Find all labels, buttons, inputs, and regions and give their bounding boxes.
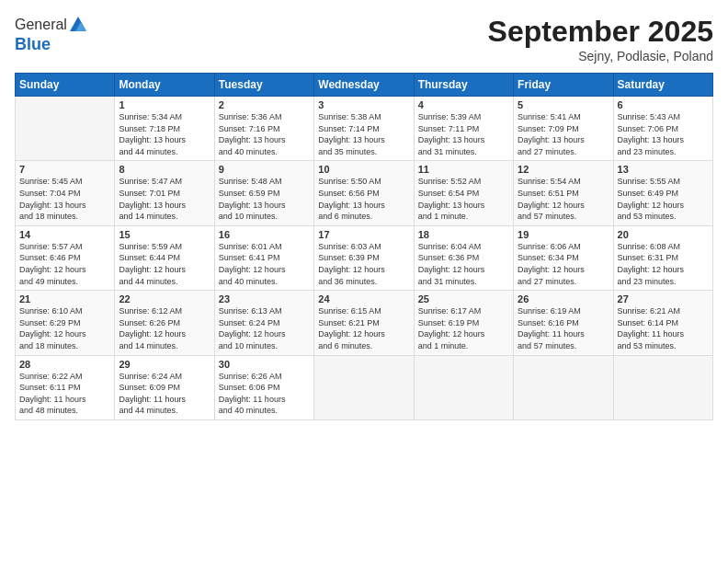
col-sunday: Sunday	[16, 74, 115, 97]
logo-icon	[68, 15, 88, 35]
table-row: 20Sunrise: 6:08 AM Sunset: 6:31 PM Dayli…	[613, 225, 712, 290]
day-number: 19	[518, 229, 609, 240]
day-info: Sunrise: 5:39 AM Sunset: 7:11 PM Dayligh…	[418, 111, 509, 157]
table-row: 13Sunrise: 5:55 AM Sunset: 6:49 PM Dayli…	[613, 161, 712, 225]
day-info: Sunrise: 6:01 AM Sunset: 6:41 PM Dayligh…	[219, 241, 310, 287]
day-info: Sunrise: 6:15 AM Sunset: 6:21 PM Dayligh…	[318, 305, 409, 351]
table-row	[414, 355, 513, 419]
table-row: 17Sunrise: 6:03 AM Sunset: 6:39 PM Dayli…	[314, 225, 414, 290]
table-row: 14Sunrise: 5:57 AM Sunset: 6:46 PM Dayli…	[16, 225, 115, 290]
table-row: 12Sunrise: 5:54 AM Sunset: 6:51 PM Dayli…	[514, 161, 613, 225]
day-info: Sunrise: 6:22 AM Sunset: 6:11 PM Dayligh…	[19, 371, 110, 417]
day-number: 14	[19, 229, 110, 240]
day-info: Sunrise: 6:03 AM Sunset: 6:39 PM Dayligh…	[318, 241, 409, 287]
page: General Blue September 2025 Sejny, Podla…	[0, 0, 728, 563]
col-tuesday: Tuesday	[214, 74, 313, 97]
day-number: 3	[318, 99, 409, 110]
table-row: 4Sunrise: 5:39 AM Sunset: 7:11 PM Daylig…	[414, 97, 513, 161]
day-number: 21	[19, 293, 110, 304]
table-row: 16Sunrise: 6:01 AM Sunset: 6:41 PM Dayli…	[214, 225, 313, 290]
table-row	[314, 355, 414, 419]
day-info: Sunrise: 5:57 AM Sunset: 6:46 PM Dayligh…	[19, 241, 110, 287]
table-row: 22Sunrise: 6:12 AM Sunset: 6:26 PM Dayli…	[115, 291, 214, 355]
table-row: 19Sunrise: 6:06 AM Sunset: 6:34 PM Dayli…	[514, 225, 613, 290]
day-number: 18	[418, 229, 509, 240]
day-info: Sunrise: 5:52 AM Sunset: 6:54 PM Dayligh…	[418, 176, 509, 222]
title-block: September 2025 Sejny, Podlasie, Poland	[488, 15, 713, 63]
table-row: 18Sunrise: 6:04 AM Sunset: 6:36 PM Dayli…	[414, 225, 513, 290]
day-number: 11	[418, 164, 509, 175]
table-row: 3Sunrise: 5:38 AM Sunset: 7:14 PM Daylig…	[314, 97, 414, 161]
location-subtitle: Sejny, Podlasie, Poland	[488, 49, 713, 63]
day-number: 24	[318, 293, 409, 304]
table-row: 28Sunrise: 6:22 AM Sunset: 6:11 PM Dayli…	[16, 355, 115, 419]
table-row: 9Sunrise: 5:48 AM Sunset: 6:59 PM Daylig…	[214, 161, 313, 225]
day-number: 25	[418, 293, 509, 304]
table-row: 27Sunrise: 6:21 AM Sunset: 6:14 PM Dayli…	[613, 291, 712, 355]
day-number: 5	[518, 99, 609, 110]
calendar-week-row: 7Sunrise: 5:45 AM Sunset: 7:04 PM Daylig…	[16, 161, 713, 225]
table-row: 15Sunrise: 5:59 AM Sunset: 6:44 PM Dayli…	[115, 225, 214, 290]
day-info: Sunrise: 6:06 AM Sunset: 6:34 PM Dayligh…	[518, 241, 609, 287]
table-row: 1Sunrise: 5:34 AM Sunset: 7:18 PM Daylig…	[115, 97, 214, 161]
day-number: 16	[219, 229, 310, 240]
calendar-body: 1Sunrise: 5:34 AM Sunset: 7:18 PM Daylig…	[16, 97, 713, 420]
table-row: 10Sunrise: 5:50 AM Sunset: 6:56 PM Dayli…	[314, 161, 414, 225]
day-number: 20	[618, 229, 709, 240]
col-thursday: Thursday	[414, 74, 513, 97]
col-wednesday: Wednesday	[314, 74, 414, 97]
day-info: Sunrise: 6:17 AM Sunset: 6:19 PM Dayligh…	[418, 305, 509, 351]
day-info: Sunrise: 6:21 AM Sunset: 6:14 PM Dayligh…	[618, 305, 709, 351]
calendar-table: Sunday Monday Tuesday Wednesday Thursday…	[15, 73, 713, 420]
table-row	[16, 97, 115, 161]
day-number: 17	[318, 229, 409, 240]
month-title: September 2025	[488, 15, 713, 49]
day-info: Sunrise: 6:13 AM Sunset: 6:24 PM Dayligh…	[219, 305, 310, 351]
day-number: 2	[219, 99, 310, 110]
day-number: 12	[518, 164, 609, 175]
header: General Blue September 2025 Sejny, Podla…	[15, 15, 713, 63]
table-row	[613, 355, 712, 419]
day-info: Sunrise: 5:43 AM Sunset: 7:06 PM Dayligh…	[618, 111, 709, 157]
day-info: Sunrise: 6:04 AM Sunset: 6:36 PM Dayligh…	[418, 241, 509, 287]
day-number: 30	[219, 359, 310, 370]
col-saturday: Saturday	[613, 74, 712, 97]
day-number: 13	[618, 164, 709, 175]
day-info: Sunrise: 6:08 AM Sunset: 6:31 PM Dayligh…	[618, 241, 709, 287]
logo-general-text: General	[15, 17, 67, 33]
day-info: Sunrise: 5:50 AM Sunset: 6:56 PM Dayligh…	[318, 176, 409, 222]
day-info: Sunrise: 5:38 AM Sunset: 7:14 PM Dayligh…	[318, 111, 409, 157]
day-number: 6	[618, 99, 709, 110]
calendar-week-row: 1Sunrise: 5:34 AM Sunset: 7:18 PM Daylig…	[16, 97, 713, 161]
day-number: 29	[119, 359, 210, 370]
day-number: 7	[19, 164, 110, 175]
calendar-header-row: Sunday Monday Tuesday Wednesday Thursday…	[16, 74, 713, 97]
table-row: 6Sunrise: 5:43 AM Sunset: 7:06 PM Daylig…	[613, 97, 712, 161]
table-row: 8Sunrise: 5:47 AM Sunset: 7:01 PM Daylig…	[115, 161, 214, 225]
table-row: 26Sunrise: 6:19 AM Sunset: 6:16 PM Dayli…	[514, 291, 613, 355]
table-row: 7Sunrise: 5:45 AM Sunset: 7:04 PM Daylig…	[16, 161, 115, 225]
table-row: 5Sunrise: 5:41 AM Sunset: 7:09 PM Daylig…	[514, 97, 613, 161]
col-monday: Monday	[115, 74, 214, 97]
day-info: Sunrise: 6:24 AM Sunset: 6:09 PM Dayligh…	[119, 371, 210, 417]
day-info: Sunrise: 5:48 AM Sunset: 6:59 PM Dayligh…	[219, 176, 310, 222]
day-number: 26	[518, 293, 609, 304]
day-info: Sunrise: 5:54 AM Sunset: 6:51 PM Dayligh…	[518, 176, 609, 222]
table-row: 21Sunrise: 6:10 AM Sunset: 6:29 PM Dayli…	[16, 291, 115, 355]
day-info: Sunrise: 5:41 AM Sunset: 7:09 PM Dayligh…	[518, 111, 609, 157]
day-info: Sunrise: 5:36 AM Sunset: 7:16 PM Dayligh…	[219, 111, 310, 157]
logo-blue-text: Blue	[15, 35, 51, 53]
day-number: 10	[318, 164, 409, 175]
day-info: Sunrise: 6:12 AM Sunset: 6:26 PM Dayligh…	[119, 305, 210, 351]
day-info: Sunrise: 6:26 AM Sunset: 6:06 PM Dayligh…	[219, 371, 310, 417]
day-info: Sunrise: 5:59 AM Sunset: 6:44 PM Dayligh…	[119, 241, 210, 287]
day-info: Sunrise: 6:19 AM Sunset: 6:16 PM Dayligh…	[518, 305, 609, 351]
day-number: 15	[119, 229, 210, 240]
day-number: 22	[119, 293, 210, 304]
logo: General Blue	[15, 15, 88, 54]
col-friday: Friday	[514, 74, 613, 97]
day-info: Sunrise: 6:10 AM Sunset: 6:29 PM Dayligh…	[19, 305, 110, 351]
day-info: Sunrise: 5:45 AM Sunset: 7:04 PM Dayligh…	[19, 176, 110, 222]
calendar-week-row: 14Sunrise: 5:57 AM Sunset: 6:46 PM Dayli…	[16, 225, 713, 290]
calendar-week-row: 28Sunrise: 6:22 AM Sunset: 6:11 PM Dayli…	[16, 355, 713, 419]
